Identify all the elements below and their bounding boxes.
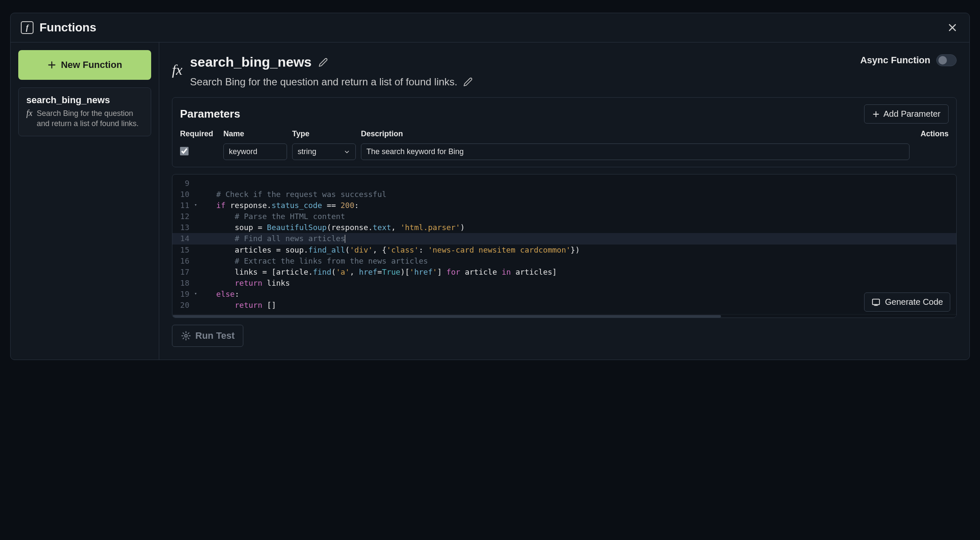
functions-modal: f Functions New Function search_bing_new… xyxy=(10,13,970,360)
close-button[interactable] xyxy=(946,21,959,34)
edit-description-button[interactable] xyxy=(463,77,473,87)
code-editor[interactable]: 910 # Check if the request was successfu… xyxy=(172,174,957,318)
function-item-name: search_bing_news xyxy=(26,95,110,106)
code-line[interactable]: 18 return links xyxy=(172,278,956,289)
column-actions: Actions xyxy=(915,129,949,138)
parameters-title: Parameters xyxy=(180,107,240,121)
param-type-value: string xyxy=(298,147,316,156)
close-icon xyxy=(947,22,957,33)
parameters-section: Parameters Add Parameter Required Name T… xyxy=(172,97,957,167)
code-line[interactable]: 17 links = [article.find('a', href=True)… xyxy=(172,267,956,278)
functions-sidebar: New Function search_bing_news fx Search … xyxy=(11,42,159,360)
code-line[interactable]: 12 # Parse the HTML content xyxy=(172,211,956,222)
function-list-item[interactable]: search_bing_news fx Search Bing for the … xyxy=(18,87,151,136)
function-name: search_bing_news xyxy=(190,54,312,70)
pencil-icon xyxy=(318,58,328,67)
add-parameter-label: Add Parameter xyxy=(883,109,941,119)
code-line[interactable]: 20 return [] xyxy=(172,300,956,311)
param-description-input[interactable] xyxy=(361,143,910,160)
fx-icon: fx xyxy=(172,62,183,88)
code-line[interactable]: 10 # Check if the request was successful xyxy=(172,189,956,200)
param-name-input[interactable] xyxy=(223,143,287,160)
fold-icon[interactable]: ▾ xyxy=(194,290,197,297)
async-function-label: Async Function xyxy=(860,55,930,66)
svg-point-7 xyxy=(185,335,187,337)
function-description: Search Bing for the question and return … xyxy=(190,76,458,88)
code-line[interactable]: 14 # Find all news articles xyxy=(172,233,956,244)
code-line[interactable]: 15 articles = soup.find_all('div', {'cla… xyxy=(172,245,956,256)
function-detail-panel: fx search_bing_news Search Bing for the … xyxy=(159,42,969,360)
column-type: Type xyxy=(292,129,356,138)
new-function-label: New Function xyxy=(61,59,122,70)
column-name: Name xyxy=(223,129,287,138)
code-line[interactable]: 16 # Extract the links from the news art… xyxy=(172,256,956,267)
code-gen-icon xyxy=(871,298,881,307)
pencil-icon xyxy=(463,77,473,87)
column-description: Description xyxy=(361,129,910,138)
edit-name-button[interactable] xyxy=(318,58,328,67)
code-line[interactable]: 13 soup = BeautifulSoup(response.text, '… xyxy=(172,222,956,233)
function-item-description: Search Bing for the question and return … xyxy=(37,108,143,129)
add-parameter-button[interactable]: Add Parameter xyxy=(864,104,949,124)
chevron-down-icon xyxy=(344,149,350,155)
code-line[interactable]: 19▾ else: xyxy=(172,289,956,300)
param-type-select[interactable]: string xyxy=(292,143,356,160)
modal-header: f Functions xyxy=(11,13,969,42)
code-line[interactable]: 9 xyxy=(172,178,956,189)
toggle-knob xyxy=(938,56,947,65)
generate-code-label: Generate Code xyxy=(885,297,943,307)
column-required: Required xyxy=(180,129,218,138)
run-test-button[interactable]: Run Test xyxy=(172,325,243,347)
fx-icon: f xyxy=(21,21,34,34)
debug-icon xyxy=(181,331,191,341)
fx-icon: fx xyxy=(26,108,32,129)
new-function-button[interactable]: New Function xyxy=(18,50,151,80)
horizontal-scrollbar[interactable] xyxy=(172,314,956,318)
plus-icon xyxy=(872,110,880,118)
generate-code-button[interactable]: Generate Code xyxy=(864,292,950,312)
scrollbar-thumb[interactable] xyxy=(172,315,721,318)
async-toggle[interactable] xyxy=(936,54,957,66)
code-line[interactable]: 11▾ if response.status_code == 200: xyxy=(172,200,956,211)
modal-title: Functions xyxy=(39,21,96,34)
param-required-checkbox[interactable] xyxy=(180,147,189,155)
fold-icon[interactable]: ▾ xyxy=(194,202,197,208)
plus-icon xyxy=(47,60,56,70)
run-test-label: Run Test xyxy=(195,330,234,341)
svg-rect-6 xyxy=(873,299,880,304)
